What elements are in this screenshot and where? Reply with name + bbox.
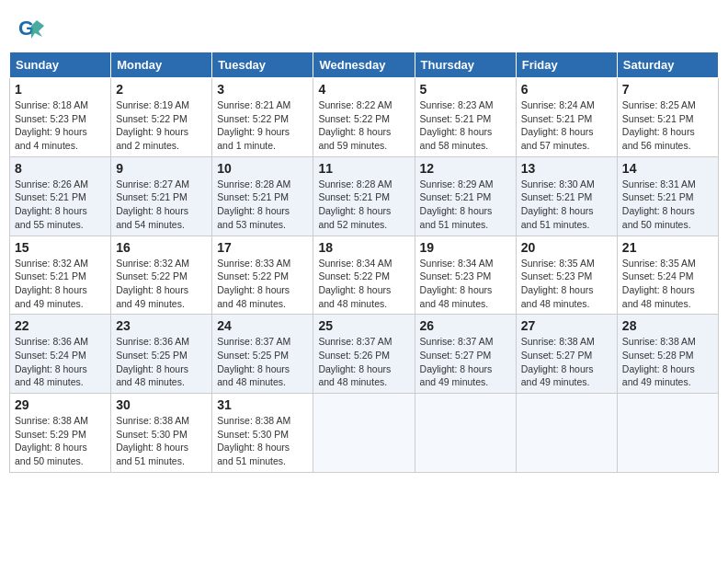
- day-info: Sunrise: 8:38 AMSunset: 5:28 PMDaylight:…: [622, 335, 713, 389]
- calendar-cell: 24Sunrise: 8:37 AMSunset: 5:25 PMDayligh…: [212, 315, 313, 394]
- day-number: 17: [217, 240, 308, 255]
- day-info: Sunrise: 8:34 AMSunset: 5:22 PMDaylight:…: [318, 257, 409, 311]
- calendar-week-row: 22Sunrise: 8:36 AMSunset: 5:24 PMDayligh…: [10, 315, 719, 394]
- calendar-cell: 11Sunrise: 8:28 AMSunset: 5:21 PMDayligh…: [313, 156, 415, 236]
- day-info: Sunrise: 8:29 AMSunset: 5:21 PMDaylight:…: [420, 178, 511, 232]
- day-info: Sunrise: 8:18 AMSunset: 5:23 PMDaylight:…: [15, 98, 106, 153]
- day-number: 2: [116, 82, 207, 97]
- day-info: Sunrise: 8:31 AMSunset: 5:21 PMDaylight:…: [622, 178, 713, 232]
- day-number: 22: [15, 318, 106, 333]
- calendar-cell: 1Sunrise: 8:18 AMSunset: 5:23 PMDaylight…: [10, 78, 111, 157]
- calendar-cell: 29Sunrise: 8:38 AMSunset: 5:29 PMDayligh…: [10, 394, 111, 473]
- day-info: Sunrise: 8:33 AMSunset: 5:22 PMDaylight:…: [217, 257, 308, 311]
- calendar-cell: 21Sunrise: 8:35 AMSunset: 5:24 PMDayligh…: [617, 236, 718, 315]
- calendar-day-header: Sunday: [10, 52, 111, 78]
- calendar-week-row: 1Sunrise: 8:18 AMSunset: 5:23 PMDaylight…: [10, 78, 719, 157]
- day-number: 31: [217, 397, 308, 412]
- day-number: 18: [318, 240, 409, 255]
- day-number: 10: [217, 161, 308, 176]
- calendar-cell: [516, 394, 617, 473]
- day-info: Sunrise: 8:38 AMSunset: 5:30 PMDaylight:…: [217, 414, 308, 468]
- calendar-cell: 2Sunrise: 8:19 AMSunset: 5:22 PMDaylight…: [111, 78, 212, 157]
- day-number: 11: [318, 161, 409, 176]
- day-number: 30: [116, 397, 207, 412]
- day-info: Sunrise: 8:37 AMSunset: 5:25 PMDaylight:…: [217, 335, 308, 389]
- day-info: Sunrise: 8:28 AMSunset: 5:21 PMDaylight:…: [318, 178, 409, 232]
- calendar-week-row: 15Sunrise: 8:32 AMSunset: 5:21 PMDayligh…: [10, 236, 719, 315]
- day-info: Sunrise: 8:37 AMSunset: 5:27 PMDaylight:…: [420, 335, 511, 389]
- calendar-cell: 20Sunrise: 8:35 AMSunset: 5:23 PMDayligh…: [516, 236, 617, 315]
- calendar-cell: 30Sunrise: 8:38 AMSunset: 5:30 PMDayligh…: [111, 394, 212, 473]
- day-number: 16: [116, 240, 207, 255]
- day-info: Sunrise: 8:35 AMSunset: 5:24 PMDaylight:…: [622, 257, 713, 311]
- day-number: 7: [622, 82, 713, 97]
- page-header: G: [9, 9, 719, 46]
- calendar-cell: [415, 394, 516, 473]
- calendar-cell: 19Sunrise: 8:34 AMSunset: 5:23 PMDayligh…: [415, 236, 516, 315]
- day-info: Sunrise: 8:23 AMSunset: 5:21 PMDaylight:…: [420, 98, 511, 153]
- calendar-cell: 9Sunrise: 8:27 AMSunset: 5:21 PMDaylight…: [111, 156, 212, 236]
- day-number: 4: [318, 82, 409, 97]
- calendar-week-row: 8Sunrise: 8:26 AMSunset: 5:21 PMDaylight…: [10, 156, 719, 236]
- calendar-cell: 16Sunrise: 8:32 AMSunset: 5:22 PMDayligh…: [111, 236, 212, 315]
- calendar-cell: 8Sunrise: 8:26 AMSunset: 5:21 PMDaylight…: [10, 156, 111, 236]
- calendar-cell: [313, 394, 415, 473]
- calendar-cell: 10Sunrise: 8:28 AMSunset: 5:21 PMDayligh…: [212, 156, 313, 236]
- day-number: 3: [217, 82, 308, 97]
- day-number: 26: [420, 318, 511, 333]
- calendar-cell: 22Sunrise: 8:36 AMSunset: 5:24 PMDayligh…: [10, 315, 111, 394]
- calendar-cell: 23Sunrise: 8:36 AMSunset: 5:25 PMDayligh…: [111, 315, 212, 394]
- day-info: Sunrise: 8:22 AMSunset: 5:22 PMDaylight:…: [318, 98, 409, 153]
- day-info: Sunrise: 8:26 AMSunset: 5:21 PMDaylight:…: [15, 178, 106, 232]
- day-info: Sunrise: 8:25 AMSunset: 5:21 PMDaylight:…: [622, 98, 713, 153]
- day-info: Sunrise: 8:32 AMSunset: 5:22 PMDaylight:…: [116, 257, 207, 311]
- day-number: 12: [420, 161, 511, 176]
- calendar-cell: 25Sunrise: 8:37 AMSunset: 5:26 PMDayligh…: [313, 315, 415, 394]
- day-number: 20: [521, 240, 612, 255]
- day-info: Sunrise: 8:21 AMSunset: 5:22 PMDaylight:…: [217, 98, 308, 153]
- day-number: 14: [622, 161, 713, 176]
- day-info: Sunrise: 8:35 AMSunset: 5:23 PMDaylight:…: [521, 257, 612, 311]
- day-info: Sunrise: 8:38 AMSunset: 5:30 PMDaylight:…: [116, 414, 207, 468]
- day-number: 8: [15, 161, 106, 176]
- calendar-cell: 18Sunrise: 8:34 AMSunset: 5:22 PMDayligh…: [313, 236, 415, 315]
- calendar-cell: 26Sunrise: 8:37 AMSunset: 5:27 PMDayligh…: [415, 315, 516, 394]
- logo: G: [18, 17, 48, 42]
- calendar-day-header: Tuesday: [212, 52, 313, 78]
- day-number: 24: [217, 318, 308, 333]
- day-info: Sunrise: 8:38 AMSunset: 5:27 PMDaylight:…: [521, 335, 612, 389]
- day-info: Sunrise: 8:37 AMSunset: 5:26 PMDaylight:…: [318, 335, 409, 389]
- day-number: 15: [15, 240, 106, 255]
- calendar-cell: 27Sunrise: 8:38 AMSunset: 5:27 PMDayligh…: [516, 315, 617, 394]
- day-number: 29: [15, 397, 106, 412]
- calendar-cell: 7Sunrise: 8:25 AMSunset: 5:21 PMDaylight…: [617, 78, 718, 157]
- day-number: 1: [15, 82, 106, 97]
- day-info: Sunrise: 8:36 AMSunset: 5:25 PMDaylight:…: [116, 335, 207, 389]
- calendar-cell: 5Sunrise: 8:23 AMSunset: 5:21 PMDaylight…: [415, 78, 516, 157]
- day-number: 28: [622, 318, 713, 333]
- day-info: Sunrise: 8:36 AMSunset: 5:24 PMDaylight:…: [15, 335, 106, 389]
- calendar-cell: 15Sunrise: 8:32 AMSunset: 5:21 PMDayligh…: [10, 236, 111, 315]
- day-number: 21: [622, 240, 713, 255]
- calendar-week-row: 29Sunrise: 8:38 AMSunset: 5:29 PMDayligh…: [10, 394, 719, 473]
- calendar-cell: 4Sunrise: 8:22 AMSunset: 5:22 PMDaylight…: [313, 78, 415, 157]
- calendar-body: 1Sunrise: 8:18 AMSunset: 5:23 PMDaylight…: [10, 78, 719, 473]
- day-info: Sunrise: 8:19 AMSunset: 5:22 PMDaylight:…: [116, 98, 207, 153]
- calendar-header-row: SundayMondayTuesdayWednesdayThursdayFrid…: [10, 52, 719, 78]
- day-number: 9: [116, 161, 207, 176]
- calendar-day-header: Monday: [111, 52, 212, 78]
- calendar-day-header: Wednesday: [313, 52, 415, 78]
- calendar-cell: [617, 394, 718, 473]
- day-number: 25: [318, 318, 409, 333]
- day-info: Sunrise: 8:34 AMSunset: 5:23 PMDaylight:…: [420, 257, 511, 311]
- calendar-day-header: Saturday: [617, 52, 718, 78]
- day-info: Sunrise: 8:24 AMSunset: 5:21 PMDaylight:…: [521, 98, 612, 153]
- day-number: 23: [116, 318, 207, 333]
- calendar-cell: 13Sunrise: 8:30 AMSunset: 5:21 PMDayligh…: [516, 156, 617, 236]
- day-number: 13: [521, 161, 612, 176]
- calendar-cell: 3Sunrise: 8:21 AMSunset: 5:22 PMDaylight…: [212, 78, 313, 157]
- calendar-cell: 6Sunrise: 8:24 AMSunset: 5:21 PMDaylight…: [516, 78, 617, 157]
- calendar-table: SundayMondayTuesdayWednesdayThursdayFrid…: [9, 52, 719, 473]
- logo-icon: G: [18, 17, 44, 42]
- day-info: Sunrise: 8:28 AMSunset: 5:21 PMDaylight:…: [217, 178, 308, 232]
